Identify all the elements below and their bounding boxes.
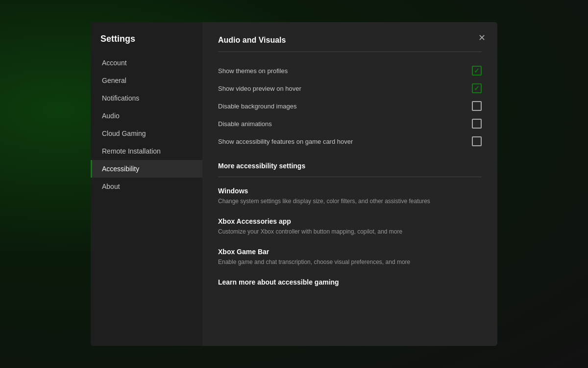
checkbox-show-themes[interactable]: [472, 66, 482, 76]
accessibility-links: WindowsChange system settings like displ…: [218, 187, 482, 266]
setting-label-disable-background: Disable background images: [218, 103, 296, 110]
sidebar-item-cloud-gaming[interactable]: Cloud Gaming: [91, 125, 202, 142]
learn-more-link[interactable]: Learn more about accessible gaming: [218, 278, 482, 286]
checkbox-show-accessibility-features[interactable]: [472, 136, 482, 146]
accessibility-link-xbox-game-bar: Xbox Game BarEnable game and chat transc…: [218, 248, 482, 266]
sidebar-nav: AccountGeneralNotificationsAudioCloud Ga…: [91, 54, 202, 195]
setting-label-disable-animations: Disable animations: [218, 120, 272, 128]
settings-rows: Show themes on profilesShow video previe…: [218, 62, 482, 150]
main-content: ✕ Audio and Visuals Show themes on profi…: [202, 22, 497, 346]
accessibility-link-desc-xbox-game-bar: Enable game and chat transcription, choo…: [218, 258, 482, 266]
accessibility-link-title-windows[interactable]: Windows: [218, 187, 482, 195]
setting-label-show-accessibility-features: Show accessibility features on game card…: [218, 138, 353, 145]
accessibility-link-xbox-accessories: Xbox Accessories appCustomize your Xbox …: [218, 217, 482, 236]
section-title: Audio and Visuals: [218, 36, 482, 45]
setting-row-show-video-preview: Show video preview on hover: [218, 79, 482, 97]
sidebar-item-account[interactable]: Account: [91, 54, 202, 72]
accessibility-link-title-xbox-accessories[interactable]: Xbox Accessories app: [218, 217, 482, 225]
checkbox-disable-background[interactable]: [472, 101, 482, 111]
sidebar-item-general[interactable]: General: [91, 72, 202, 89]
sidebar-item-accessibility[interactable]: Accessibility: [91, 160, 202, 178]
accessibility-link-desc-xbox-accessories: Customize your Xbox controller with butt…: [218, 227, 482, 236]
sidebar-item-about[interactable]: About: [91, 178, 202, 195]
sidebar-item-remote-installation[interactable]: Remote Installation: [91, 142, 202, 160]
sidebar-item-notifications[interactable]: Notifications: [91, 89, 202, 107]
checkbox-show-video-preview[interactable]: [472, 83, 482, 93]
checkbox-disable-animations[interactable]: [472, 119, 482, 129]
setting-row-disable-animations: Disable animations: [218, 115, 482, 132]
sidebar: Settings AccountGeneralNotificationsAudi…: [91, 22, 202, 346]
accessibility-link-desc-windows: Change system settings like display size…: [218, 197, 482, 206]
sidebar-title: Settings: [91, 34, 202, 54]
setting-row-show-accessibility-features: Show accessibility features on game card…: [218, 132, 482, 150]
setting-label-show-video-preview: Show video preview on hover: [218, 85, 301, 92]
setting-row-show-themes: Show themes on profiles: [218, 62, 482, 79]
sidebar-item-audio[interactable]: Audio: [91, 107, 202, 125]
setting-row-disable-background: Disable background images: [218, 97, 482, 115]
close-button[interactable]: ✕: [475, 31, 489, 45]
more-accessibility-divider: [218, 177, 482, 177]
accessibility-link-windows: WindowsChange system settings like displ…: [218, 187, 482, 206]
accessibility-link-title-xbox-game-bar[interactable]: Xbox Game Bar: [218, 248, 482, 256]
settings-modal: Settings AccountGeneralNotificationsAudi…: [91, 22, 497, 346]
setting-label-show-themes: Show themes on profiles: [218, 67, 288, 75]
more-accessibility-title: More accessibility settings: [218, 162, 482, 170]
section-divider: [218, 52, 482, 52]
